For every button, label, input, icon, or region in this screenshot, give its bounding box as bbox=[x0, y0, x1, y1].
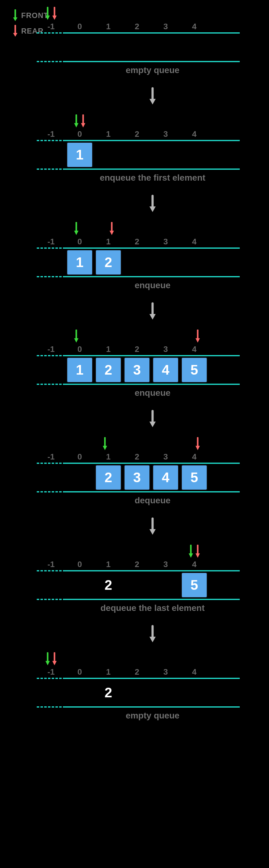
index-label: 3 bbox=[151, 237, 180, 247]
rail-dash bbox=[37, 570, 65, 571]
stage-caption: empty queue bbox=[65, 65, 240, 75]
queue-cell bbox=[65, 464, 94, 491]
queue-cell: 2 bbox=[94, 249, 123, 276]
index-label: 0 bbox=[65, 22, 94, 32]
index-label: 1 bbox=[94, 560, 123, 570]
index-label: 0 bbox=[65, 237, 94, 247]
queue-cell bbox=[180, 34, 209, 61]
pointer-row bbox=[65, 329, 240, 344]
queue-cell: 1 bbox=[65, 249, 94, 276]
index-row: -101234 bbox=[65, 22, 240, 32]
cells-row: 2 bbox=[65, 679, 209, 706]
rail-dash bbox=[37, 247, 65, 249]
front-pointer-icon bbox=[102, 437, 108, 451]
queue-cell: 1 bbox=[65, 356, 94, 384]
queue-cell: 5 bbox=[180, 464, 209, 491]
rail-dash bbox=[37, 678, 65, 679]
flow-arrow-icon bbox=[65, 410, 240, 429]
queue-cell bbox=[94, 141, 123, 168]
front-pointer-icon bbox=[45, 652, 50, 666]
queue-element: 3 bbox=[124, 357, 151, 383]
queue-track: 1 bbox=[65, 140, 240, 170]
flow-arrow-icon bbox=[65, 87, 240, 106]
queue-cell bbox=[123, 141, 151, 168]
legend-front-label: FRONT bbox=[21, 11, 49, 20]
index-label: 4 bbox=[180, 560, 209, 570]
index-label: 1 bbox=[94, 344, 123, 355]
queue-cell bbox=[123, 34, 151, 61]
index-label: 2 bbox=[123, 129, 151, 140]
index-label: -1 bbox=[37, 560, 65, 569]
queue-cell bbox=[151, 249, 180, 276]
index-row: -101234 bbox=[65, 452, 240, 463]
index-label: 0 bbox=[65, 560, 94, 570]
rail-dash bbox=[37, 384, 65, 385]
index-label: 0 bbox=[65, 452, 94, 463]
rail-line bbox=[65, 276, 240, 277]
rear-pointer-icon bbox=[109, 222, 114, 236]
index-label: 3 bbox=[151, 344, 180, 355]
pointer-row bbox=[65, 221, 240, 237]
rail-line bbox=[65, 384, 240, 385]
rail-dash bbox=[37, 32, 65, 34]
index-label: -1 bbox=[37, 237, 65, 247]
queue-cell bbox=[180, 141, 209, 168]
stage-caption: enqueue the first element bbox=[65, 173, 240, 183]
queue-cell bbox=[180, 249, 209, 276]
index-label: 2 bbox=[123, 344, 151, 355]
front-pointer-icon bbox=[188, 545, 194, 558]
legend-front: FRONT bbox=[12, 9, 49, 22]
index-label: -1 bbox=[37, 129, 65, 139]
index-label: 2 bbox=[123, 560, 151, 570]
queue-element: 5 bbox=[181, 572, 208, 598]
index-label: 4 bbox=[180, 452, 209, 463]
queue-track: 12345 bbox=[65, 355, 240, 385]
rail-dash bbox=[37, 599, 65, 600]
queue-element: 1 bbox=[66, 357, 93, 383]
cells-row: 12 bbox=[65, 249, 209, 276]
rear-pointer-icon bbox=[195, 437, 200, 451]
queue-cell bbox=[123, 571, 151, 599]
front-pointer-icon bbox=[45, 7, 50, 21]
index-label: 2 bbox=[123, 667, 151, 678]
rear-pointer-icon bbox=[195, 545, 200, 558]
queue-cell: 5 bbox=[180, 356, 209, 384]
pointer-row bbox=[65, 544, 240, 560]
rear-pointer-icon bbox=[52, 7, 57, 21]
queue-element: 4 bbox=[152, 464, 179, 491]
stage-caption: enqueue bbox=[65, 388, 240, 398]
index-row: -101234 bbox=[65, 560, 240, 570]
index-label: 1 bbox=[94, 129, 123, 140]
rail-line bbox=[65, 706, 240, 708]
stage-caption: dequeue bbox=[65, 496, 240, 505]
queue-element: 1 bbox=[66, 142, 93, 168]
rail-dash bbox=[37, 140, 65, 141]
index-row: -101234 bbox=[65, 667, 240, 678]
queue-element: 5 bbox=[181, 464, 208, 491]
flow-arrow-icon bbox=[65, 517, 240, 536]
queue-element: 2 bbox=[95, 357, 122, 383]
queue-cell: 2 bbox=[94, 571, 123, 599]
queue-track: 12 bbox=[65, 247, 240, 277]
diagram-canvas: FRONT REAR -101234empty queue-1012341enq… bbox=[0, 0, 269, 739]
cells-row: 2345 bbox=[65, 464, 209, 491]
index-label: -1 bbox=[37, 667, 65, 677]
index-label: 2 bbox=[123, 237, 151, 247]
pointer-row bbox=[65, 436, 240, 452]
queue-cell: 2 bbox=[94, 679, 123, 706]
index-label: -1 bbox=[37, 452, 65, 462]
index-label: 4 bbox=[180, 22, 209, 32]
queue-cell bbox=[123, 679, 151, 706]
rear-pointer-icon bbox=[80, 115, 86, 128]
queue-cell: 4 bbox=[151, 464, 180, 491]
queue-track: 25 bbox=[65, 570, 240, 600]
index-label: 3 bbox=[151, 560, 180, 570]
queue-cell bbox=[65, 571, 94, 599]
index-label: 1 bbox=[94, 237, 123, 247]
cells-row: 25 bbox=[65, 571, 209, 599]
stages-container: -101234empty queue-1012341enqueue the fi… bbox=[0, 6, 269, 721]
index-row: -101234 bbox=[65, 129, 240, 140]
stage-caption: dequeue the last element bbox=[65, 603, 240, 613]
rail-dash bbox=[37, 491, 65, 492]
index-label: 3 bbox=[151, 129, 180, 140]
